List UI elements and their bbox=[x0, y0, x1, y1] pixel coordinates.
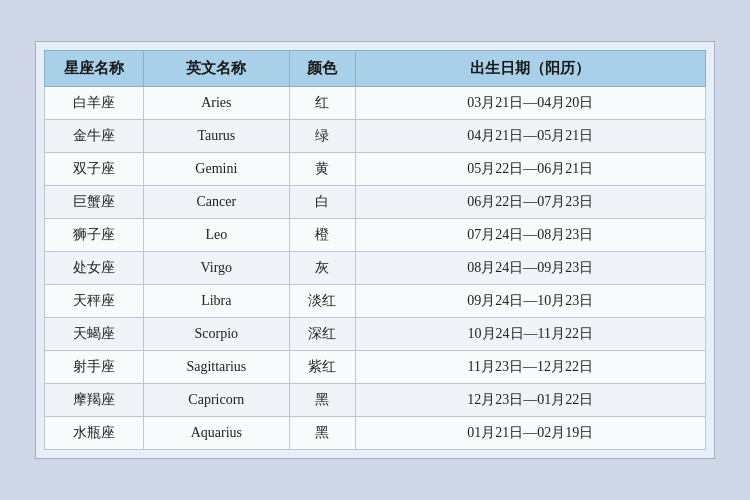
cell-color: 淡红 bbox=[289, 285, 355, 318]
cell-english: Scorpio bbox=[144, 318, 289, 351]
cell-chinese: 双子座 bbox=[45, 153, 144, 186]
cell-date: 12月23日—01月22日 bbox=[355, 384, 705, 417]
cell-color: 深红 bbox=[289, 318, 355, 351]
cell-date: 01月21日—02月19日 bbox=[355, 417, 705, 450]
cell-english: Taurus bbox=[144, 120, 289, 153]
cell-chinese: 处女座 bbox=[45, 252, 144, 285]
cell-date: 04月21日—05月21日 bbox=[355, 120, 705, 153]
header-chinese: 星座名称 bbox=[45, 51, 144, 87]
cell-color: 绿 bbox=[289, 120, 355, 153]
cell-chinese: 金牛座 bbox=[45, 120, 144, 153]
cell-date: 06月22日—07月23日 bbox=[355, 186, 705, 219]
zodiac-table-container: 星座名称 英文名称 颜色 出生日期（阳历） 白羊座Aries红03月21日—04… bbox=[35, 41, 715, 459]
cell-english: Virgo bbox=[144, 252, 289, 285]
table-header-row: 星座名称 英文名称 颜色 出生日期（阳历） bbox=[45, 51, 706, 87]
cell-chinese: 白羊座 bbox=[45, 87, 144, 120]
cell-chinese: 射手座 bbox=[45, 351, 144, 384]
cell-english: Leo bbox=[144, 219, 289, 252]
cell-color: 灰 bbox=[289, 252, 355, 285]
cell-date: 07月24日—08月23日 bbox=[355, 219, 705, 252]
cell-date: 11月23日—12月22日 bbox=[355, 351, 705, 384]
cell-english: Cancer bbox=[144, 186, 289, 219]
table-row: 天秤座Libra淡红09月24日—10月23日 bbox=[45, 285, 706, 318]
cell-english: Capricorn bbox=[144, 384, 289, 417]
table-row: 白羊座Aries红03月21日—04月20日 bbox=[45, 87, 706, 120]
cell-color: 黑 bbox=[289, 384, 355, 417]
cell-date: 09月24日—10月23日 bbox=[355, 285, 705, 318]
header-english: 英文名称 bbox=[144, 51, 289, 87]
table-row: 狮子座Leo橙07月24日—08月23日 bbox=[45, 219, 706, 252]
cell-chinese: 水瓶座 bbox=[45, 417, 144, 450]
cell-color: 白 bbox=[289, 186, 355, 219]
cell-english: Libra bbox=[144, 285, 289, 318]
cell-color: 黑 bbox=[289, 417, 355, 450]
cell-color: 红 bbox=[289, 87, 355, 120]
cell-english: Aquarius bbox=[144, 417, 289, 450]
table-row: 金牛座Taurus绿04月21日—05月21日 bbox=[45, 120, 706, 153]
zodiac-table: 星座名称 英文名称 颜色 出生日期（阳历） 白羊座Aries红03月21日—04… bbox=[44, 50, 706, 450]
cell-chinese: 巨蟹座 bbox=[45, 186, 144, 219]
table-row: 摩羯座Capricorn黑12月23日—01月22日 bbox=[45, 384, 706, 417]
cell-english: Sagittarius bbox=[144, 351, 289, 384]
cell-date: 05月22日—06月21日 bbox=[355, 153, 705, 186]
table-row: 射手座Sagittarius紫红11月23日—12月22日 bbox=[45, 351, 706, 384]
cell-date: 03月21日—04月20日 bbox=[355, 87, 705, 120]
table-row: 水瓶座Aquarius黑01月21日—02月19日 bbox=[45, 417, 706, 450]
cell-date: 08月24日—09月23日 bbox=[355, 252, 705, 285]
cell-chinese: 摩羯座 bbox=[45, 384, 144, 417]
header-color: 颜色 bbox=[289, 51, 355, 87]
table-row: 处女座Virgo灰08月24日—09月23日 bbox=[45, 252, 706, 285]
cell-chinese: 天秤座 bbox=[45, 285, 144, 318]
table-row: 巨蟹座Cancer白06月22日—07月23日 bbox=[45, 186, 706, 219]
table-row: 天蝎座Scorpio深红10月24日—11月22日 bbox=[45, 318, 706, 351]
cell-color: 橙 bbox=[289, 219, 355, 252]
cell-chinese: 狮子座 bbox=[45, 219, 144, 252]
cell-english: Gemini bbox=[144, 153, 289, 186]
cell-color: 黄 bbox=[289, 153, 355, 186]
cell-date: 10月24日—11月22日 bbox=[355, 318, 705, 351]
cell-color: 紫红 bbox=[289, 351, 355, 384]
cell-chinese: 天蝎座 bbox=[45, 318, 144, 351]
header-date: 出生日期（阳历） bbox=[355, 51, 705, 87]
cell-english: Aries bbox=[144, 87, 289, 120]
table-row: 双子座Gemini黄05月22日—06月21日 bbox=[45, 153, 706, 186]
